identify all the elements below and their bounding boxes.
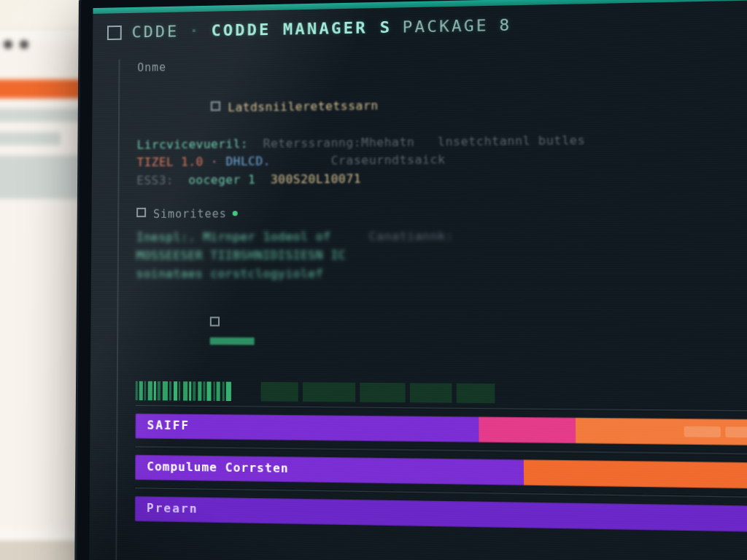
code-token: Canatiannk:	[369, 229, 454, 244]
editor-body[interactable]: Onme Latdsniileretetssarn Lircvicevueril…	[90, 36, 747, 532]
line-marker-icon	[210, 317, 220, 327]
code-token: Inespl:. Mirnper 1odeol of	[136, 230, 331, 244]
code-token: DHLCD.	[225, 155, 271, 169]
line-marker-icon	[136, 208, 146, 217]
app-screen: CDDE · CODDE MANAGER S PACKAGE 8 Onme La…	[89, 0, 747, 560]
desk-background: CDDE · CODDE MANAGER S PACKAGE 8 Onme La…	[0, 0, 747, 560]
divider-line	[135, 487, 747, 498]
code-token: TIZEL 1.0	[136, 155, 203, 170]
code-token: Reterssranng:Mhehatn	[263, 135, 415, 150]
title-separator: ·	[189, 22, 201, 40]
code-token: ·	[211, 155, 218, 168]
bg-blur-row	[0, 132, 61, 145]
code-token: soinataes corstclogyiolef	[136, 266, 324, 280]
section-name-label: Onme	[137, 49, 747, 77]
status-bars: SAIFF Compulume Corrsten Prearn	[135, 413, 747, 532]
status-dot-icon	[233, 211, 238, 216]
status-bar-pean[interactable]: Prearn	[135, 496, 747, 532]
code-token: 300S20L10071	[271, 172, 361, 187]
code-token: MOSSEESER TIIBSHNIDISIESN IC	[136, 248, 347, 262]
title-suffix: PACKAGE	[403, 16, 489, 36]
title-trailer: 8	[499, 16, 511, 35]
inline-progress-row	[136, 297, 747, 373]
code-token: Latdsniileretetssarn	[228, 98, 378, 114]
code-token: ooceger 1	[188, 173, 255, 187]
code-line: Inespl:. Mirnper 1odeol of Canatiannk:	[136, 226, 747, 247]
code-token: Craseurndtsaick	[331, 152, 446, 168]
divider-line	[136, 405, 747, 412]
code-line: MOSSEESER TIIBSHNIDISIESN IC	[136, 245, 747, 265]
title-prefix: CDDE	[132, 22, 179, 41]
matrices-label-text: Simoritees	[153, 207, 227, 221]
status-bar-label: Prearn	[147, 499, 198, 518]
status-bar-saiff[interactable]: SAIFF	[135, 413, 747, 446]
code-line: Latdsniileretetssarn	[137, 73, 747, 136]
title-main: CODDE MANAGER S	[211, 18, 392, 40]
status-bar-label: SAIFF	[147, 417, 190, 436]
code-token: ESS3:	[136, 174, 174, 187]
activity-barcode	[136, 381, 747, 405]
line-marker-icon	[211, 101, 220, 111]
status-bar-label: Compulume Corrsten	[147, 458, 289, 478]
bg-control-dot	[4, 40, 12, 49]
status-bar-tail	[684, 426, 747, 438]
laptop-frame: CDDE · CODDE MANAGER S PACKAGE 8 Onme La…	[74, 0, 747, 560]
section-matrices-label: Simoritees	[136, 203, 747, 223]
status-chip	[684, 426, 721, 437]
status-bar-compile[interactable]: Compulume Corrsten	[135, 455, 747, 489]
code-line: soinataes corstclogyiolef	[136, 264, 747, 283]
divider-line	[135, 446, 747, 454]
code-token: Lircvicevueril:	[137, 136, 249, 152]
status-chip	[725, 427, 747, 438]
window-menu-icon[interactable]	[107, 25, 122, 39]
code-token: lnsetchtannl butles	[438, 133, 585, 149]
mini-progress	[210, 338, 255, 345]
bg-control-dot	[20, 40, 28, 49]
